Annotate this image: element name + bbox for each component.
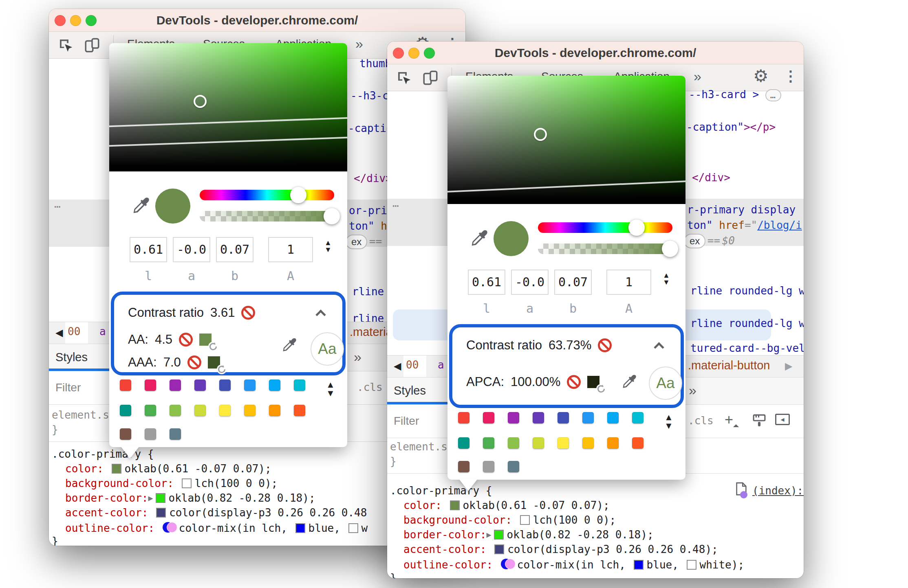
palette-stepper[interactable]: ▲▼ (326, 380, 335, 397)
value-alpha-input[interactable]: 1 (606, 270, 651, 295)
palette-swatch[interactable] (145, 380, 156, 391)
sidebar-panel-icon[interactable]: ◂ (775, 414, 790, 425)
contrast-eyedropper-icon[interactable] (620, 373, 638, 393)
value-b-input[interactable]: 0.07 (216, 237, 253, 262)
alpha-slider[interactable] (200, 211, 334, 222)
color-swatch[interactable] (295, 523, 305, 533)
palette-swatch[interactable] (170, 405, 181, 416)
breadcrumb-item-material-button[interactable]: .materia (350, 325, 392, 339)
palette-swatch[interactable] (244, 405, 256, 416)
palette-swatch[interactable] (219, 380, 231, 391)
palette-swatch[interactable] (632, 437, 644, 449)
collapse-chevron-icon[interactable] (315, 309, 326, 320)
more-tabs-icon[interactable]: » (694, 68, 701, 84)
apca-color-swatch[interactable] (587, 376, 599, 388)
hue-slider-handle[interactable] (628, 219, 645, 236)
hue-slider-handle[interactable] (290, 187, 306, 203)
aaa-color-swatch[interactable] (208, 356, 220, 369)
collapse-chevron-icon[interactable] (654, 342, 664, 352)
ellipsis-icon[interactable]: … (54, 198, 61, 210)
dom-node[interactable]: -caption"></p> (686, 119, 776, 135)
palette-swatch[interactable] (607, 437, 619, 449)
color-mix-icon[interactable] (501, 558, 515, 570)
element-style-selector[interactable]: element.s (52, 409, 109, 421)
color-swatch[interactable] (182, 478, 192, 488)
value-a-input[interactable]: -0.0 (511, 270, 549, 295)
filter-input[interactable]: Filter (55, 381, 81, 394)
filter-input[interactable]: Filter (394, 415, 419, 428)
hue-slider[interactable] (200, 190, 334, 200)
color-swatch[interactable] (494, 530, 504, 540)
breadcrumb-item-material-button[interactable]: .material-button (688, 359, 770, 372)
breadcrumb-back-icon[interactable]: ◀ (55, 327, 63, 338)
color-swatch[interactable] (156, 493, 165, 503)
alpha-slider-handle[interactable] (662, 241, 678, 257)
palette-swatch[interactable] (294, 380, 305, 391)
ellipsis-icon[interactable]: … (392, 197, 399, 209)
color-swatch[interactable] (348, 523, 358, 533)
palette-swatch[interactable] (483, 461, 494, 472)
palette-swatch[interactable] (508, 437, 519, 449)
palette-swatch[interactable] (508, 461, 519, 472)
more-tabs-icon[interactable]: » (355, 36, 363, 52)
more-panes-icon[interactable]: » (354, 349, 361, 365)
palette-swatch[interactable] (483, 412, 494, 423)
value-l-input[interactable]: 0.61 (130, 237, 167, 262)
shade-selector-handle[interactable] (534, 128, 547, 141)
palette-swatch[interactable] (533, 437, 544, 449)
alpha-slider-handle[interactable] (324, 208, 340, 224)
breadcrumb-item[interactable]: 00 (406, 359, 419, 371)
tab-styles[interactable]: Styles (55, 351, 88, 364)
brush-icon[interactable] (752, 414, 767, 429)
inspect-icon[interactable] (395, 69, 412, 88)
palette-swatch[interactable] (458, 412, 469, 423)
cls-button[interactable]: .cls (357, 381, 383, 393)
flex-badge[interactable]: ex (346, 235, 367, 249)
palette-swatch[interactable] (244, 380, 256, 391)
color-swatch[interactable] (634, 560, 644, 570)
contrast-preview-button[interactable]: Aa (649, 366, 682, 400)
breadcrumb-item[interactable]: a (99, 325, 106, 338)
tab-styles[interactable]: Styles (394, 384, 426, 397)
palette-swatch[interactable] (120, 428, 131, 440)
cls-button[interactable]: .cls (688, 415, 714, 427)
inspect-icon[interactable] (57, 37, 74, 55)
palette-swatch[interactable] (120, 405, 131, 416)
breadcrumb-forward-icon[interactable]: ▶ (785, 360, 792, 372)
color-swatch[interactable] (494, 544, 504, 554)
color-swatch[interactable] (520, 515, 530, 525)
palette-swatch[interactable] (508, 412, 519, 423)
current-color-swatch[interactable] (155, 189, 190, 224)
dom-node[interactable]: -captio (348, 120, 393, 136)
value-a-input[interactable]: -0.0 (173, 237, 210, 262)
palette-swatch[interactable] (194, 405, 206, 416)
shade-gradient-area[interactable] (447, 76, 685, 204)
breadcrumb-back-icon[interactable]: ◀ (394, 360, 401, 372)
shade-selector-handle[interactable] (194, 95, 207, 108)
palette-swatch[interactable] (294, 405, 305, 416)
shade-gradient-area[interactable] (109, 43, 347, 171)
breadcrumb-item[interactable]: 00 (68, 325, 80, 338)
expand-ellipsis-icon[interactable]: … (765, 89, 781, 101)
dom-node[interactable]: tured-card--bg-vel (690, 340, 804, 356)
dom-node[interactable]: rline rounded-lg w (690, 315, 804, 331)
dom-node[interactable]: </div> (692, 169, 730, 186)
alpha-slider[interactable] (538, 244, 672, 254)
palette-swatch[interactable] (194, 380, 206, 391)
titlebar[interactable]: DevTools - developer.chrome.com/ (49, 9, 465, 32)
palette-swatch[interactable] (483, 437, 494, 449)
href-link[interactable]: /blog/i (757, 219, 802, 231)
settings-gear-icon[interactable]: ⚙ (753, 66, 769, 86)
palette-stepper[interactable]: ▲▼ (664, 413, 673, 430)
current-color-swatch[interactable] (494, 221, 529, 256)
dom-node[interactable]: </div> (354, 170, 392, 186)
palette-swatch[interactable] (269, 380, 280, 391)
palette-swatch[interactable] (558, 437, 569, 449)
menu-kebab-icon[interactable]: ⋮ (783, 68, 798, 85)
color-swatch[interactable] (687, 560, 696, 570)
dom-node[interactable]: rline rounded-lg w (690, 283, 804, 299)
element-style-selector[interactable]: element.s (390, 441, 447, 453)
color-swatch[interactable] (112, 464, 121, 474)
palette-swatch[interactable] (120, 380, 131, 391)
titlebar[interactable]: DevTools - developer.chrome.com/ (387, 42, 804, 64)
